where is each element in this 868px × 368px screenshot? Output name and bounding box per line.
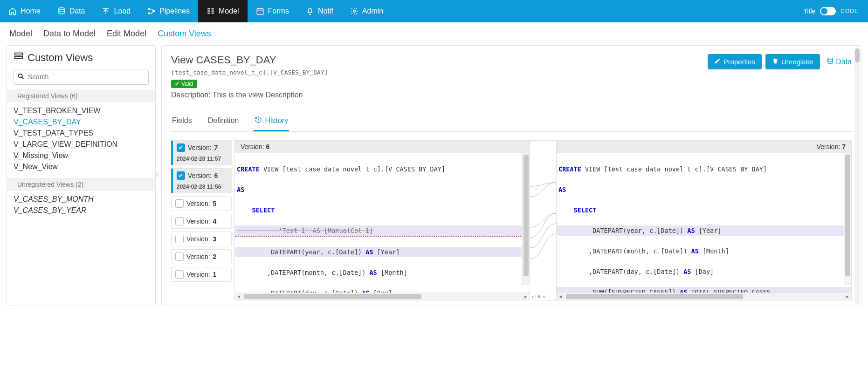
svg-point-0 [59,8,64,10]
svg-rect-13 [15,56,23,59]
version-date: 2024-02-28 11:56 [177,184,227,190]
version-checkbox[interactable] [175,235,184,243]
main-scrollbar[interactable] [854,48,860,304]
right-h-scrollbar[interactable]: ◄► [557,293,851,300]
left-h-scrollbar[interactable]: ◄► [235,293,530,300]
nav-forms[interactable]: Forms [248,0,297,22]
tab-fields[interactable]: Fields [171,111,193,131]
diff-panes: Version: 6 CREATE VIEW [test_case_data_n… [234,140,852,300]
svg-rect-8 [212,11,214,12]
nav-data[interactable]: Data [49,0,94,22]
nav-home[interactable]: Home [0,0,49,22]
nav-model[interactable]: Model [198,0,248,22]
sidebar: Custom Views Registered Views (6) V_TEST… [7,45,156,306]
svg-rect-12 [15,53,23,55]
nav-load[interactable]: Load [93,0,139,22]
version-checkbox[interactable] [175,270,184,279]
valid-badge: ✔ Valid [171,80,197,88]
diff-gutter-controls[interactable]: ⇄ ≡ « [532,294,546,299]
diff-left-pane: Version: 6 CREATE VIEW [test_case_data_n… [234,140,530,300]
view-item[interactable]: V_CASES_BY_DAY [14,116,149,128]
database-icon [57,7,66,15]
search-icon [17,73,25,82]
subnav-edit-model[interactable]: Edit Model [107,29,146,39]
view-item[interactable]: V_TEST_BROKEN_VIEW [14,105,149,116]
history-icon [255,116,262,125]
nav-pipelines[interactable]: Pipelines [139,0,198,22]
subnav-custom-views[interactable]: Custom Views [158,29,211,39]
svg-point-14 [19,74,22,78]
svg-rect-6 [207,13,210,14]
diff-right-pane: Version: 7 CREATE VIEW [test_case_data_n… [556,140,852,300]
view-item[interactable]: V_Missing_View [14,150,149,161]
version-checkbox[interactable] [175,199,184,208]
version-date: 2024-02-28 11:57 [177,156,227,162]
search-box [14,69,149,85]
view-item[interactable]: V_CASES_BY_YEAR [14,205,149,216]
version-checkbox[interactable]: ✔ [177,171,185,180]
left-v-scrollbar[interactable] [522,153,530,285]
unregistered-header: Unregistered Views (2) [7,178,155,191]
title-code-toggle[interactable] [820,7,836,15]
version-card[interactable]: ✔Version: 6 2024-02-28 11:56 [171,168,232,193]
upload-icon [102,7,110,15]
version-card[interactable]: ✔Version: 7 2024-02-28 11:57 [171,140,232,165]
view-title: View CASES_BY_DAY [171,54,328,66]
unregister-button[interactable]: Unregister [765,54,820,69]
nav-admin[interactable]: Admin [342,0,392,22]
view-qualified-name: [test_case_data_novel_t_c].[V_CASES_BY_D… [171,69,328,76]
data-link[interactable]: Data [827,57,852,67]
right-code: CREATE VIEW [test_case_data_novel_t_c].[… [557,153,851,293]
version-prefix: Version: [188,172,212,179]
data-label: Data [836,58,852,66]
version-checkbox[interactable] [175,252,184,261]
stack-icon [14,51,24,64]
view-item[interactable]: V_New_View [14,161,149,172]
version-prefix: Version: [186,200,210,207]
right-v-scrollbar[interactable] [844,153,851,285]
nav-label: Home [21,7,41,15]
version-checkbox[interactable]: ✔ [177,143,185,152]
registered-header: Registered Views (6) [7,89,155,102]
top-nav: Home Data Load Pipelines Model Forms Not… [0,0,868,22]
version-card[interactable]: Version: 5 [171,196,232,211]
tab-history[interactable]: History [254,111,289,131]
model-icon [207,7,215,15]
left-pane-header: Version: 6 [235,141,530,153]
properties-button[interactable]: Properties [708,54,762,69]
pencil-icon [714,58,721,66]
version-card[interactable]: Version: 1 [171,267,232,282]
svg-point-15 [828,58,833,60]
version-checkbox[interactable] [175,217,184,225]
subnav-data-to-model[interactable]: Data to Model [43,29,96,39]
tab-definition[interactable]: Definition [207,111,240,131]
subnav-model[interactable]: Model [9,29,32,39]
version-prefix: Version: [186,218,210,225]
sub-nav: Model Data to Model Edit Model Custom Vi… [0,22,868,45]
view-item[interactable]: V_CASES_BY_MONTH [14,194,149,205]
version-prefix: Version: [186,235,210,243]
btn-label: Properties [723,58,755,66]
version-card[interactable]: Version: 2 [171,249,232,264]
version-card[interactable]: Version: 4 [171,214,232,229]
svg-rect-9 [212,13,214,14]
search-input[interactable] [14,69,149,85]
detail-tabs: Fields Definition History [171,111,852,132]
view-item[interactable]: V_TEST_DATA_TYPES [14,128,149,139]
resize-handle[interactable]: ⠿⠿ [156,174,158,177]
svg-rect-5 [207,11,210,12]
history-area: ✔Version: 7 2024-02-28 11:57 ✔Version: 6… [171,140,852,300]
version-card[interactable]: Version: 3 [171,232,232,246]
gear-icon [350,7,358,15]
nav-notif[interactable]: Notif [297,0,342,22]
versions-list: ✔Version: 7 2024-02-28 11:57 ✔Version: 6… [171,140,232,300]
view-item[interactable]: V_LARGE_VIEW_DEFINITION [14,139,149,150]
pipeline-icon [147,7,156,15]
calendar-icon [256,7,264,15]
svg-point-2 [148,13,150,14]
nav-label: Model [219,7,239,15]
trash-icon [772,58,778,66]
unregistered-list: V_CASES_BY_MONTH V_CASES_BY_YEAR [14,191,149,222]
version-number: 7 [214,144,218,151]
diff-gutter: ⇄ ≡ « [530,140,556,300]
